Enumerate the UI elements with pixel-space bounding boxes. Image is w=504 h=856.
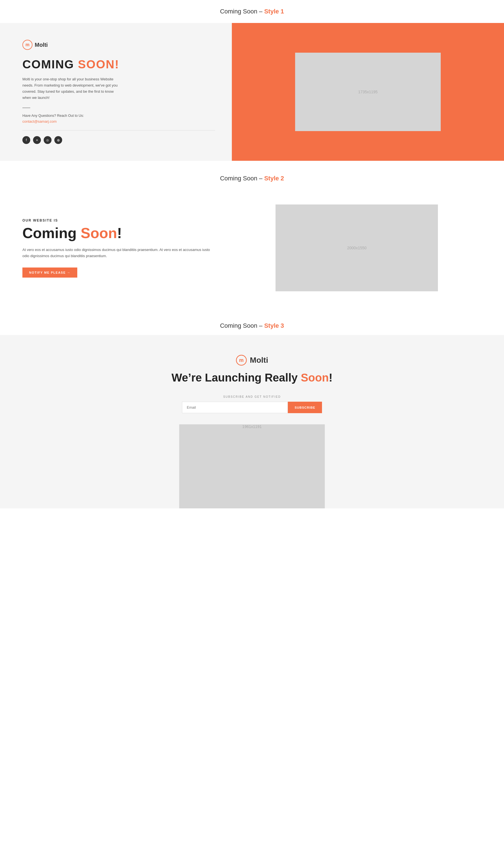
email-input[interactable] xyxy=(182,402,288,413)
style1-right: 1735x1195 xyxy=(232,23,504,161)
style2-heading-accent: Soon xyxy=(80,225,117,241)
molti-logo-icon: m xyxy=(22,40,33,50)
page-title-accent-3: Style 3 xyxy=(264,322,284,329)
style3-section: m Molti We’re Launching Really Soon! SUB… xyxy=(0,335,504,509)
style1-separator xyxy=(22,130,215,130)
style1-logo-text: Molti xyxy=(35,42,48,48)
style1-left: m Molti COMING SOON! Molti is your one-s… xyxy=(0,23,232,161)
subscribe-button[interactable]: SUBSCRIBE xyxy=(288,402,322,413)
style1-heading-accent: SOON! xyxy=(78,58,119,71)
page-title-1: Coming Soon – Style 1 xyxy=(0,0,504,23)
page-title-prefix-3: Coming Soon – xyxy=(220,322,264,329)
style2-left: OUR WEBSITE IS Coming Soon! At vero eos … xyxy=(22,218,215,278)
style1-logo: m Molti xyxy=(22,40,215,50)
style2-right: 2000x1550 xyxy=(232,204,482,291)
svg-text:m: m xyxy=(239,357,244,363)
style3-heading: We’re Launching Really Soon! xyxy=(5,371,499,384)
style1-email-link[interactable]: contact@samarj.com xyxy=(22,119,215,124)
page-title-prefix-1: Coming Soon – xyxy=(220,8,264,15)
style1-divider xyxy=(22,108,30,108)
style3-heading-suffix: ! xyxy=(329,371,332,384)
pinterest-icon[interactable]: ⊕ xyxy=(54,136,62,144)
style1-heading: COMING SOON! xyxy=(22,58,215,71)
style3-form: SUBSCRIBE xyxy=(182,402,322,413)
page-title-2: Coming Soon – Style 2 xyxy=(0,161,504,188)
page-title-accent-1: Style 1 xyxy=(264,8,284,15)
page-title-accent-2: Style 2 xyxy=(264,175,284,182)
style2-section: OUR WEBSITE IS Coming Soon! At vero eos … xyxy=(0,188,504,308)
notify-button[interactable]: NOTIFY ME PLEASE → xyxy=(22,268,77,278)
style3-logo-icon: m xyxy=(236,355,247,366)
page-title-prefix-2: Coming Soon – xyxy=(220,175,264,182)
style3-heading-accent: Soon xyxy=(301,371,329,384)
style3-image: 1961x1191 xyxy=(179,424,325,509)
page-title-3: Coming Soon – Style 3 xyxy=(0,308,504,335)
style3-logo-text: Molti xyxy=(250,356,268,365)
style1-section: m Molti COMING SOON! Molti is your one-s… xyxy=(0,23,504,161)
instagram-icon[interactable]: ◎ xyxy=(44,136,52,144)
facebook-icon[interactable]: f xyxy=(22,136,30,144)
style1-heading-prefix: COMING xyxy=(22,58,78,71)
style1-question: Have Any Questions? Reach Out to Us: xyxy=(22,114,215,118)
style3-logo: m Molti xyxy=(5,355,499,366)
style1-socials: f ✕ ◎ ⊕ xyxy=(22,136,215,144)
style2-heading-prefix: Coming xyxy=(22,225,80,241)
style3-heading-prefix: We’re Launching Really xyxy=(172,371,301,384)
svg-text:m: m xyxy=(25,42,30,47)
style2-description: At vero eos et accusamus iusto odio dign… xyxy=(22,247,215,259)
style1-description: Molti is your one-stop shop for all your… xyxy=(22,76,118,101)
style2-label: OUR WEBSITE IS xyxy=(22,218,215,222)
style2-heading-suffix: ! xyxy=(117,225,122,241)
style1-image: 1735x1195 xyxy=(295,53,441,131)
twitter-x-icon[interactable]: ✕ xyxy=(33,136,41,144)
style3-subscribe-label: SUBSCRIBE AND GET NOTIFIED xyxy=(5,395,499,398)
style2-heading: Coming Soon! xyxy=(22,225,215,241)
style2-image: 2000x1550 xyxy=(275,204,438,291)
